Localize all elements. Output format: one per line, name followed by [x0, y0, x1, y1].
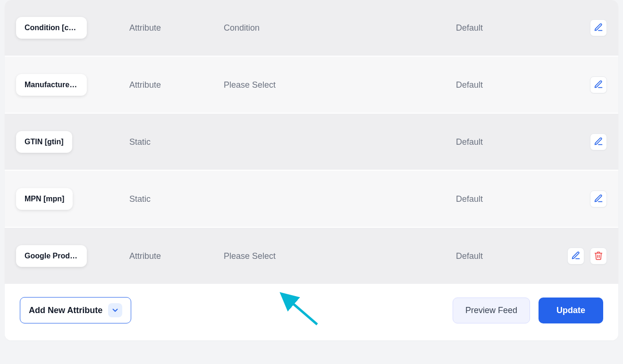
attribute-tag: MPN [mpn] — [16, 188, 73, 210]
panel-footer: Add New Attribute Preview Feed Update — [5, 284, 618, 340]
attribute-tag: GTIN [gtin] — [16, 131, 72, 153]
type-cell: Attribute — [129, 251, 224, 261]
type-cell: Static — [129, 194, 224, 204]
table-row: Manufacturer [manufacturer] Attribute Pl… — [5, 57, 618, 113]
output-cell: Default — [456, 80, 550, 90]
output-cell: Default — [456, 23, 550, 33]
edit-button[interactable] — [590, 19, 607, 36]
value-cell: Condition — [224, 23, 456, 33]
chevron-down-icon — [108, 303, 122, 317]
delete-button[interactable] — [590, 248, 607, 265]
pencil-icon — [594, 194, 603, 205]
update-button[interactable]: Update — [539, 298, 603, 323]
type-cell: Attribute — [129, 23, 224, 33]
attribute-tag: Google Product Category — [16, 245, 87, 267]
value-cell: Please Select — [224, 251, 456, 261]
edit-button[interactable] — [590, 190, 607, 207]
pencil-icon — [594, 23, 603, 33]
attribute-tag: Manufacturer [manufacturer] — [16, 74, 87, 96]
table-row: Condition [condition] Attribute Conditio… — [5, 0, 618, 56]
attribute-rows: Condition [condition] Attribute Conditio… — [5, 0, 618, 284]
trash-icon — [594, 251, 603, 262]
type-cell: Static — [129, 137, 224, 147]
output-cell: Default — [456, 251, 550, 261]
pencil-icon — [571, 251, 581, 262]
output-cell: Default — [456, 137, 550, 147]
output-cell: Default — [456, 194, 550, 204]
attribute-mapping-panel: Condition [condition] Attribute Conditio… — [5, 0, 618, 340]
attribute-tag: Condition [condition] — [16, 17, 87, 39]
preview-feed-button[interactable]: Preview Feed — [453, 298, 530, 323]
add-new-attribute-button[interactable]: Add New Attribute — [20, 297, 131, 323]
edit-button[interactable] — [567, 248, 584, 265]
table-row: MPN [mpn] Static Default — [5, 171, 618, 227]
table-row: Google Product Category Attribute Please… — [5, 228, 618, 284]
type-cell: Attribute — [129, 80, 224, 90]
pencil-icon — [594, 137, 603, 148]
table-row: GTIN [gtin] Static Default — [5, 114, 618, 170]
edit-button[interactable] — [590, 133, 607, 150]
edit-button[interactable] — [590, 76, 607, 93]
pencil-icon — [594, 80, 603, 91]
value-cell: Please Select — [224, 80, 456, 90]
add-attribute-label: Add New Attribute — [29, 306, 102, 315]
